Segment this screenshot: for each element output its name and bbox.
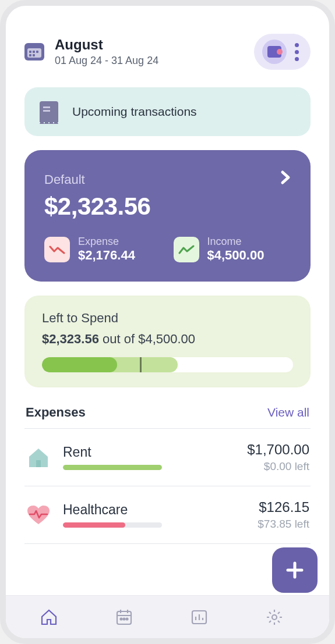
- month-range: 01 Aug 24 - 31 Aug 24: [55, 55, 244, 67]
- heart-icon: [26, 502, 51, 528]
- add-button[interactable]: [272, 547, 318, 593]
- income-value: $4,500.00: [207, 248, 265, 263]
- expense-left: $73.85 left: [258, 518, 309, 531]
- lts-progress-bar: [42, 357, 293, 372]
- expense-amount: $126.15: [258, 499, 309, 515]
- expense-name: Rent: [63, 444, 235, 460]
- nav-calendar[interactable]: [111, 604, 137, 630]
- expense-row[interactable]: Healthcare$126.15$73.85 left: [24, 486, 311, 544]
- balance-amount: $2,323.56: [44, 193, 291, 220]
- wallet-button[interactable]: [262, 40, 287, 64]
- upcoming-label: Upcoming transactions: [72, 105, 197, 119]
- svg-point-2: [121, 618, 122, 620]
- home-icon: [26, 444, 51, 470]
- nav-settings[interactable]: [262, 604, 287, 630]
- expense-progress: [63, 465, 162, 470]
- lts-title: Left to Spend: [42, 311, 293, 326]
- expense-amount: $1,700.00: [247, 442, 309, 458]
- month-name: August: [55, 37, 244, 54]
- expense-name: Healthcare: [63, 502, 246, 518]
- expense-stat: Expense $2,176.44: [44, 236, 162, 263]
- expense-left: $0.00 left: [247, 460, 309, 473]
- expense-progress: [63, 522, 162, 528]
- svg-point-6: [272, 615, 277, 620]
- income-label: Income: [207, 236, 265, 248]
- nav-home[interactable]: [36, 604, 62, 630]
- chevron-right-icon: [280, 170, 291, 189]
- svg-point-3: [124, 618, 125, 620]
- bottom-nav: [6, 595, 329, 638]
- lts-summary: $2,323.56 out of $4,500.00: [42, 332, 293, 347]
- more-menu-button[interactable]: [291, 41, 302, 63]
- income-stat: Income $4,500.00: [174, 236, 291, 263]
- left-to-spend-card[interactable]: Left to Spend $2,323.56 out of $4,500.00: [24, 296, 311, 387]
- expense-label: Expense: [78, 236, 135, 248]
- svg-rect-0: [36, 460, 41, 467]
- period-selector[interactable]: August 01 Aug 24 - 31 Aug 24: [55, 37, 244, 67]
- svg-point-4: [126, 618, 128, 620]
- expense-row[interactable]: Rent$1,700.00$0.00 left: [24, 429, 311, 486]
- balance-card[interactable]: Default $2,323.56 Expense $2,176.44: [24, 150, 311, 282]
- trend-up-icon: [174, 237, 199, 262]
- account-label: Default: [44, 172, 85, 187]
- view-all-link[interactable]: View all: [267, 405, 309, 419]
- trend-down-icon: [44, 237, 70, 262]
- upcoming-transactions-card[interactable]: Upcoming transactions: [24, 87, 311, 136]
- receipt-icon: [40, 101, 58, 122]
- nav-stats[interactable]: [186, 604, 212, 630]
- calendar-icon[interactable]: [24, 43, 44, 61]
- expense-value: $2,176.44: [78, 248, 135, 263]
- wallet-icon: [267, 46, 281, 58]
- expenses-title: Expenses: [26, 405, 86, 420]
